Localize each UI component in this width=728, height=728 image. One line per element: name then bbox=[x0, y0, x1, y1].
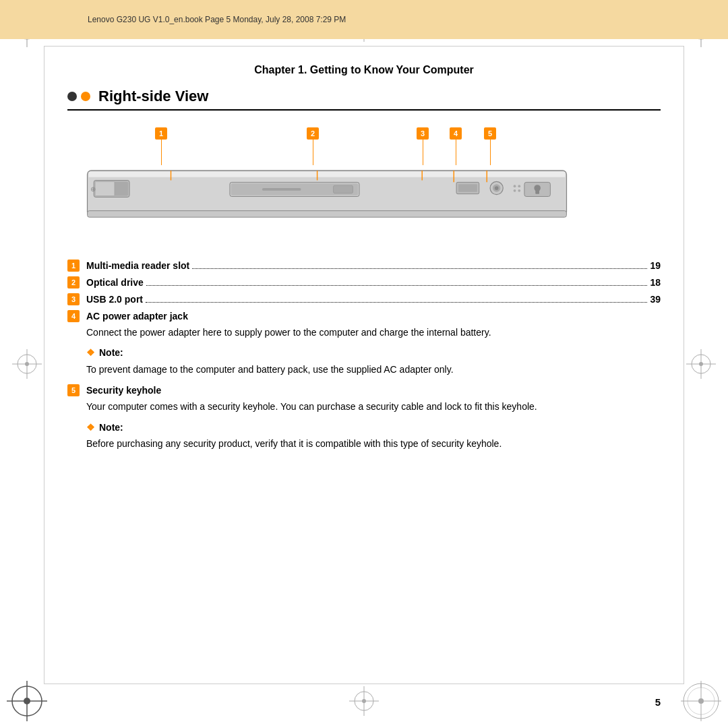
item-desc-5: Your computer comes with a security keyh… bbox=[86, 399, 661, 414]
svg-point-56 bbox=[518, 189, 520, 192]
item-page-2: 18 bbox=[650, 276, 661, 290]
page-number: 5 bbox=[655, 696, 661, 708]
item-label-5: Security keyhole bbox=[86, 385, 161, 396]
svg-point-13 bbox=[688, 688, 715, 715]
crop-mark-br bbox=[681, 681, 721, 721]
svg-point-54 bbox=[518, 185, 520, 187]
dot-fill-1 bbox=[192, 268, 647, 269]
item-label-3: USB 2.0 port bbox=[86, 293, 143, 307]
svg-point-8 bbox=[12, 686, 42, 716]
note-text-label-4: Note: bbox=[99, 345, 123, 360]
item-label-1: Multi-media reader slot bbox=[86, 259, 189, 273]
svg-rect-43 bbox=[334, 185, 353, 193]
border-right bbox=[684, 46, 684, 684]
border-bottom bbox=[44, 684, 684, 684]
section-title-text: Right-side View bbox=[98, 88, 208, 105]
list-item-3: 3 USB 2.0 port 39 bbox=[67, 293, 661, 307]
svg-point-16 bbox=[698, 698, 704, 704]
svg-point-49 bbox=[495, 186, 499, 190]
list-item-1: 1 Multi-media reader slot 19 bbox=[67, 259, 661, 273]
svg-point-11 bbox=[24, 698, 30, 704]
note-diamond-5: ❖ bbox=[86, 420, 95, 435]
header-text: Lenovo G230 UG V1.0_en.book Page 5 Monda… bbox=[88, 15, 346, 24]
note-text-label-5: Note: bbox=[99, 420, 123, 435]
svg-point-33 bbox=[699, 362, 703, 366]
crop-mark-ml bbox=[7, 344, 47, 384]
laptop-illustration: ⊕ bbox=[81, 154, 573, 239]
item-badge-1: 1 bbox=[67, 260, 80, 272]
svg-rect-36 bbox=[89, 172, 566, 177]
list-item-2: 2 Optical drive 18 bbox=[67, 276, 661, 290]
callout-3: 3 bbox=[417, 127, 429, 140]
item-page-1: 19 bbox=[650, 259, 661, 273]
dot-black bbox=[67, 92, 77, 101]
svg-rect-40 bbox=[95, 181, 115, 195]
section-title: Right-side View bbox=[67, 88, 661, 111]
chapter-title: Chapter 1. Getting to Know Your Computer bbox=[0, 64, 728, 76]
item-text-4: AC power adapter jack bbox=[86, 309, 661, 324]
note-diamond-4: ❖ bbox=[86, 345, 95, 360]
list-item-4: 4 AC power adapter jack bbox=[67, 309, 661, 324]
item-text-2: Optical drive 18 bbox=[86, 276, 661, 290]
border-left bbox=[44, 46, 44, 684]
crop-mark-bc bbox=[344, 681, 384, 721]
callout-4: 4 bbox=[450, 127, 462, 140]
callout-5: 5 bbox=[484, 127, 496, 140]
crop-mark-bl bbox=[7, 681, 47, 721]
laptop-diagram: 1 2 3 4 5 bbox=[67, 127, 661, 245]
svg-rect-37 bbox=[88, 211, 567, 218]
list-item-5: 5 Security keyhole bbox=[67, 384, 661, 398]
item-badge-3: 3 bbox=[67, 293, 80, 305]
svg-point-53 bbox=[514, 185, 516, 187]
item-desc-4: Connect the power adapter here to supply… bbox=[86, 325, 661, 340]
svg-rect-44 bbox=[262, 188, 301, 191]
item-text-1: Multi-media reader slot 19 bbox=[86, 259, 661, 273]
item-label-4: AC power adapter jack bbox=[86, 311, 188, 322]
item-note-4: ❖ Note: To prevent damage to the compute… bbox=[86, 345, 661, 377]
section-dots bbox=[67, 92, 90, 101]
note-content-5: Before purchasing any security product, … bbox=[86, 436, 661, 451]
item-text-3: USB 2.0 port 39 bbox=[86, 293, 661, 307]
items-list: 1 Multi-media reader slot 19 2 Optical d… bbox=[67, 259, 661, 451]
item-page-3: 39 bbox=[650, 293, 661, 307]
page-content: Right-side View 1 2 3 4 5 bbox=[67, 88, 661, 674]
note-content-4: To prevent damage to the computer and ba… bbox=[86, 362, 661, 377]
item-note-5: ❖ Note: Before purchasing any security p… bbox=[86, 420, 661, 452]
note-label-4: ❖ Note: bbox=[86, 345, 661, 360]
header-bar: Lenovo G230 UG V1.0_en.book Page 5 Monda… bbox=[0, 0, 728, 39]
callout-1: 1 bbox=[155, 127, 167, 140]
item-badge-2: 2 bbox=[67, 276, 80, 289]
svg-rect-52 bbox=[535, 188, 539, 194]
svg-rect-46 bbox=[458, 184, 477, 192]
dot-fill-3 bbox=[146, 302, 647, 303]
border-top bbox=[44, 46, 684, 47]
svg-point-29 bbox=[25, 362, 29, 366]
item-badge-4: 4 bbox=[67, 310, 80, 322]
note-label-5: ❖ Note: bbox=[86, 420, 661, 435]
item-text-5: Security keyhole bbox=[86, 384, 661, 398]
svg-point-12 bbox=[684, 684, 719, 719]
crop-mark-mr bbox=[681, 344, 721, 384]
svg-point-55 bbox=[514, 189, 516, 192]
item-badge-5: 5 bbox=[67, 384, 80, 396]
dot-orange bbox=[81, 92, 90, 101]
svg-point-25 bbox=[362, 699, 366, 703]
callout-2: 2 bbox=[307, 127, 319, 140]
svg-text:⊕: ⊕ bbox=[90, 185, 96, 193]
dot-fill-2 bbox=[146, 285, 648, 286]
item-label-2: Optical drive bbox=[86, 276, 144, 290]
